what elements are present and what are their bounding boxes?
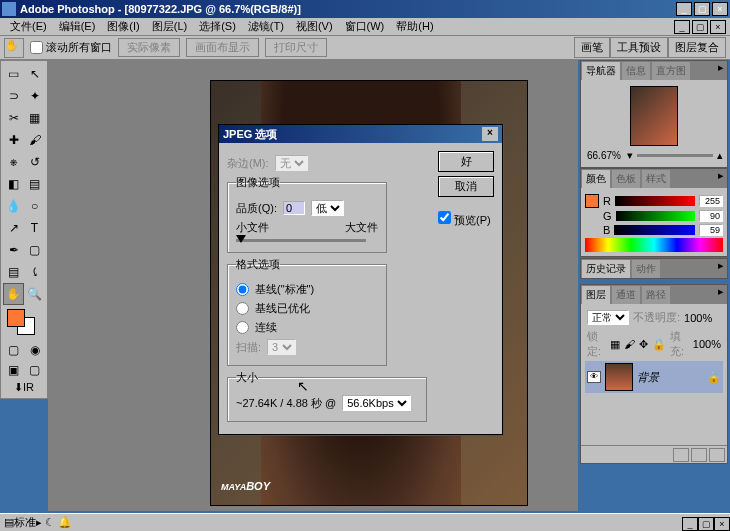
navigator-thumbnail[interactable] (630, 86, 678, 146)
panel-menu-icon[interactable]: ▸ (715, 61, 727, 80)
tab-color[interactable]: 颜色 (581, 169, 611, 188)
r-slider[interactable] (615, 196, 695, 206)
taskbar-min[interactable]: _ (682, 517, 698, 531)
preview-checkbox[interactable]: 预览(P) (438, 211, 494, 228)
jump-to-imageready-button[interactable]: ⬇IR (3, 379, 45, 396)
menu-view[interactable]: 视图(V) (290, 17, 339, 36)
shape-tool[interactable]: ▢ (24, 239, 45, 261)
menu-edit[interactable]: 编辑(E) (53, 17, 102, 36)
visibility-icon[interactable]: 👁 (587, 371, 601, 383)
options-tab-presets[interactable]: 工具预设 (610, 37, 668, 58)
zoom-level[interactable]: 66.67% (585, 148, 623, 163)
quality-input[interactable] (283, 201, 305, 215)
foreground-color-swatch[interactable] (7, 309, 25, 327)
marquee-tool[interactable]: ▭ (3, 63, 24, 85)
hand-tool[interactable]: ✋ (3, 283, 24, 305)
slice-tool[interactable]: ▦ (24, 107, 45, 129)
quality-slider[interactable] (236, 239, 366, 242)
zoom-out-icon[interactable]: ▾ (627, 149, 633, 162)
lock-transparent-icon[interactable]: ▦ (610, 338, 620, 351)
blend-mode-select[interactable]: 正常 (587, 310, 629, 325)
tab-channels[interactable]: 通道 (611, 285, 641, 304)
panel-menu-icon[interactable]: ▸ (715, 285, 727, 304)
b-value[interactable]: 59 (699, 224, 723, 236)
lock-all-icon[interactable]: 🔒 (652, 338, 666, 351)
quality-preset-select[interactable]: 低 (311, 200, 344, 216)
cancel-button[interactable]: 取消 (438, 176, 494, 197)
heal-tool[interactable]: ✚ (3, 129, 24, 151)
lock-pixels-icon[interactable]: 🖌 (624, 338, 635, 350)
ok-button[interactable]: 好 (438, 151, 494, 172)
options-tab-brushes[interactable]: 画笔 (574, 37, 610, 58)
taskbar-max[interactable]: ▢ (698, 517, 714, 531)
menu-window[interactable]: 窗口(W) (339, 17, 391, 36)
eraser-tool[interactable]: ◧ (3, 173, 24, 195)
speed-select[interactable]: 56.6Kbps (342, 395, 411, 411)
doc-close-button[interactable]: × (710, 20, 726, 34)
doc-maximize-button[interactable]: ▢ (692, 20, 708, 34)
stamp-tool[interactable]: ⎈ (3, 151, 24, 173)
layer-thumbnail[interactable] (605, 363, 633, 391)
wand-tool[interactable]: ✦ (24, 85, 45, 107)
tab-layers[interactable]: 图层 (581, 285, 611, 304)
hand-tool-icon[interactable]: ✋ (4, 38, 24, 58)
tab-actions[interactable]: 动作 (631, 259, 661, 278)
tab-histogram[interactable]: 直方图 (651, 61, 691, 80)
lasso-tool[interactable]: ⊃ (3, 85, 24, 107)
minimize-button[interactable]: _ (676, 2, 692, 16)
maximize-button[interactable]: ▢ (694, 2, 710, 16)
screen-mode-2[interactable]: ▢ (24, 361, 45, 379)
actual-pixels-button[interactable]: 实际像素 (118, 38, 180, 57)
fit-screen-button[interactable]: 画面布显示 (186, 38, 259, 57)
brush-tool[interactable]: 🖌 (24, 129, 45, 151)
tab-navigator[interactable]: 导航器 (581, 61, 621, 80)
status-zoom[interactable]: ▤ (4, 516, 14, 529)
screen-mode-1[interactable]: ▣ (3, 361, 24, 379)
panel-menu-icon[interactable]: ▸ (715, 169, 727, 188)
tab-styles[interactable]: 样式 (641, 169, 671, 188)
g-slider[interactable] (616, 211, 695, 221)
g-value[interactable]: 90 (699, 210, 723, 222)
b-slider[interactable] (614, 225, 695, 235)
opacity-value[interactable]: 100% (684, 312, 712, 324)
dodge-tool[interactable]: ○ (24, 195, 45, 217)
options-tab-comps[interactable]: 图层复合 (668, 37, 726, 58)
menu-help[interactable]: 帮助(H) (390, 17, 439, 36)
fill-value[interactable]: 100% (693, 338, 721, 350)
zoom-slider[interactable] (637, 154, 713, 157)
eyedropper-tool[interactable]: ⤹ (24, 261, 45, 283)
print-size-button[interactable]: 打印尺寸 (265, 38, 327, 57)
lock-position-icon[interactable]: ✥ (639, 338, 648, 351)
new-layer-icon[interactable] (691, 448, 707, 462)
baseline-radio[interactable]: 基线("标准") (236, 282, 378, 297)
gradient-tool[interactable]: ▤ (24, 173, 45, 195)
tab-history[interactable]: 历史记录 (581, 259, 631, 278)
layer-name[interactable]: 背景 (637, 370, 659, 385)
color-swatches[interactable] (3, 309, 45, 339)
progressive-radio[interactable]: 连续 (236, 320, 378, 335)
color-ramp[interactable] (585, 238, 723, 252)
move-tool[interactable]: ↖ (24, 63, 45, 85)
menu-image[interactable]: 图像(I) (101, 17, 145, 36)
scroll-all-checkbox[interactable]: 滚动所有窗口 (30, 40, 112, 55)
notes-tool[interactable]: ▤ (3, 261, 24, 283)
layer-row-background[interactable]: 👁 背景 🔒 (585, 361, 723, 393)
type-tool[interactable]: T (24, 217, 45, 239)
menu-file[interactable]: 文件(E) (4, 17, 53, 36)
menu-layer[interactable]: 图层(L) (146, 17, 193, 36)
standard-mode-button[interactable]: ▢ (3, 341, 24, 359)
crop-tool[interactable]: ✂ (3, 107, 24, 129)
tab-swatches[interactable]: 色板 (611, 169, 641, 188)
doc-minimize-button[interactable]: _ (674, 20, 690, 34)
dialog-close-button[interactable]: × (482, 127, 498, 141)
menu-select[interactable]: 选择(S) (193, 17, 242, 36)
taskbar-close[interactable]: × (714, 517, 730, 531)
quickmask-mode-button[interactable]: ◉ (24, 341, 45, 359)
path-tool[interactable]: ↗ (3, 217, 24, 239)
blur-tool[interactable]: 💧 (3, 195, 24, 217)
tab-paths[interactable]: 路径 (641, 285, 671, 304)
optimized-radio[interactable]: 基线已优化 (236, 301, 378, 316)
history-brush-tool[interactable]: ↺ (24, 151, 45, 173)
delete-layer-icon[interactable] (709, 448, 725, 462)
status-extras[interactable]: ▸ ☾ 🔔 (36, 516, 72, 529)
